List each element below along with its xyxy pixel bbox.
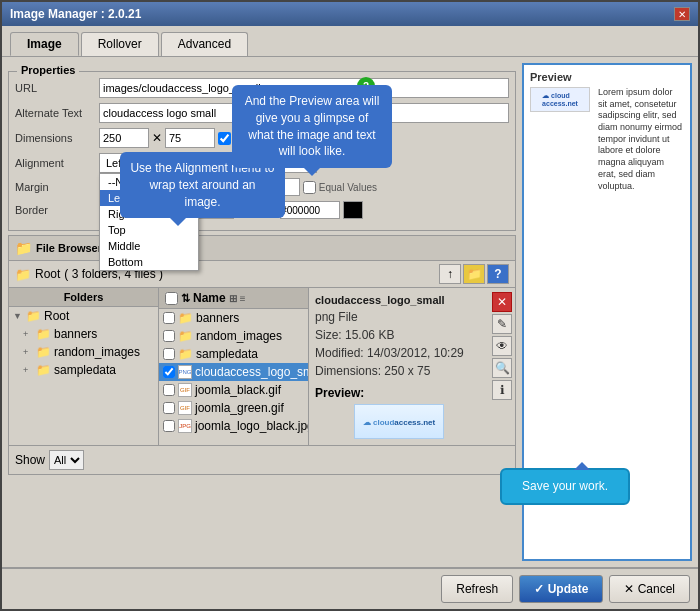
sort-icon: ⇅ [181,292,190,305]
view-button[interactable]: 👁 [492,336,512,356]
detail-action-buttons: ✕ ✎ 👁 🔍 ℹ [489,288,515,445]
edit-button[interactable]: ✎ [492,314,512,334]
border-color-input[interactable] [280,201,340,219]
file-sampledata[interactable]: 📁 sampledata [159,345,308,363]
show-select[interactable]: All [49,450,84,470]
tooltip-save: Save your work. [500,468,630,505]
equal-values-label: Equal Values [319,182,377,193]
folders-panel: Folders ▼ 📁 Root + 📁 banners [9,288,159,445]
gif-icon-1: GIF [178,383,192,397]
folder-random-images[interactable]: + 📁 random_images [9,343,158,361]
png-icon: PNG [178,365,192,379]
folder-icon: 📁 [15,240,32,256]
select-all-checkbox[interactable] [165,292,178,305]
preview-text: Lorem ipsum dolor sit amet, consetetur s… [598,87,684,192]
expand-icon-banners: + [23,329,33,339]
file-name-jb: joomla_black.gif [195,383,281,397]
tab-rollover[interactable]: Rollover [81,32,159,56]
file-joomla-green[interactable]: GIF joomla_green.gif [159,399,308,417]
dim-width-input[interactable] [99,128,149,148]
refresh-button[interactable]: Refresh [441,575,513,603]
details-modified: Modified: 14/03/2012, 10:29 [315,344,483,362]
cloud-preview-text: ☁ cloudaccess.net [363,416,435,427]
gif-icon-2: GIF [178,401,192,415]
details-panel: cloudaccess_logo_small png File Size: 15… [309,288,489,445]
show-label: Show [15,453,45,467]
file-name-random: random_images [196,329,282,343]
fb-header: 📁 File Browser [9,236,515,261]
file-cb-jl[interactable] [163,420,175,432]
details-size: Size: 15.06 KB [315,326,483,344]
details-dimensions: Dimensions: 250 x 75 [315,362,483,380]
constrain-checkbox[interactable] [218,132,231,145]
file-name-jg: joomla_green.gif [195,401,284,415]
help-button[interactable]: ? [487,264,509,284]
folder-icon-banners: 📁 [178,311,193,325]
new-folder-button[interactable]: 📁 [463,264,485,284]
file-name-sample: sampledata [196,347,258,361]
file-joomla-logo[interactable]: JPG joomla_logo_black.jpg [159,417,308,435]
align-option-middle[interactable]: Middle [100,238,198,254]
file-banners[interactable]: 📁 banners [159,309,308,327]
preview-cloud-logo: ☁ cloudaccess.net [542,92,578,107]
file-cb-random[interactable] [163,330,175,342]
properties-label: Properties [17,64,79,76]
file-name-banners: banners [196,311,239,325]
update-button[interactable]: ✓ Update [519,575,603,603]
file-name-cloud: cloudaccess_logo_small.png [195,365,309,379]
folder-icon-random: 📁 [178,329,193,343]
file-cb-jb[interactable] [163,384,175,396]
info-button[interactable]: ℹ [492,380,512,400]
col-sort2[interactable]: ≡ [240,293,246,304]
times-symbol: ✕ [152,131,162,145]
fb-title: File Browser [36,242,102,254]
root-icon: 📁 [26,309,41,323]
zoom-button[interactable]: 🔍 [492,358,512,378]
color-swatch[interactable] [343,201,363,219]
file-joomla-black[interactable]: GIF joomla_black.gif [159,381,308,399]
margin-label: Margin [15,181,95,193]
file-cb-banners[interactable] [163,312,175,324]
folder-sampledata[interactable]: + 📁 sampledata [9,361,158,379]
file-random-images[interactable]: 📁 random_images [159,327,308,345]
tooltip3-text: Save your work. [522,479,608,493]
tooltip1-text: And the Preview area will give you a gli… [245,94,380,158]
align-option-bottom[interactable]: Bottom [100,254,198,270]
details-filetype: png File [315,308,483,326]
folder-root[interactable]: ▼ 📁 Root [9,307,158,325]
folder-banners[interactable]: + 📁 banners [9,325,158,343]
file-cloudaccess[interactable]: PNG cloudaccess_logo_small.png [159,363,308,381]
details-preview-label: Preview: [315,386,483,400]
fb-footer: Show All [9,445,515,474]
preview-image: ☁ cloudaccess.net [530,87,590,112]
window-title: Image Manager : 2.0.21 [10,7,141,21]
col-sort[interactable]: ⊞ [229,293,237,304]
fb-actions: ↑ 📁 ? [439,264,509,284]
delete-button[interactable]: ✕ [492,292,512,312]
file-cb-cloud[interactable] [163,366,175,378]
fb-body: Folders ▼ 📁 Root + 📁 banners [9,288,515,445]
folder-random-label: random_images [54,345,140,359]
file-browser: 📁 File Browser 📁 Root ( 3 folders, 4 fil… [8,235,516,475]
expand-icon-random: + [23,347,33,357]
dim-height-input[interactable] [165,128,215,148]
fb-path: 📁 Root ( 3 folders, 4 files ) ↑ 📁 ? [9,261,515,288]
details-info: png File Size: 15.06 KB Modified: 14/03/… [315,308,483,380]
tab-image[interactable]: Image [10,32,79,56]
files-panel: ⇅ Name ⊞ ≡ 📁 banners [159,288,309,445]
tab-advanced[interactable]: Advanced [161,32,248,56]
random-icon: 📁 [36,345,51,359]
file-cb-sample[interactable] [163,348,175,360]
file-cb-jg[interactable] [163,402,175,414]
name-header: Name [193,291,226,305]
folder-root-label: Root [44,309,69,323]
path-label: Root [35,267,60,281]
dim-label: Dimensions [15,132,95,144]
banners-icon: 📁 [36,327,51,341]
jpg-icon: JPG [178,419,192,433]
bottom-bar: Refresh ✓ Update ✕ Cancel [2,567,698,609]
close-button[interactable]: ✕ [674,7,690,21]
cancel-button[interactable]: ✕ Cancel [609,575,690,603]
upload-button[interactable]: ↑ [439,264,461,284]
folder-icon-sample: 📁 [178,347,193,361]
